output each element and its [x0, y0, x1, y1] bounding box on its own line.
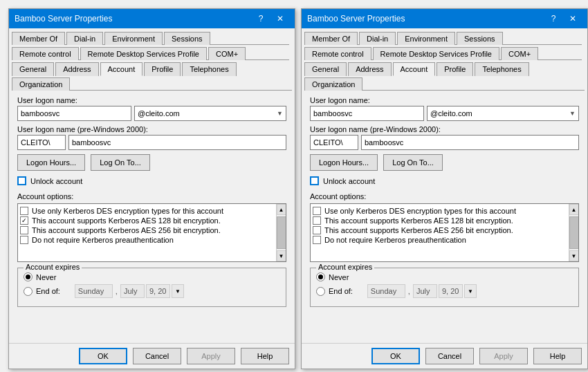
list-item-0[interactable]: Use only Kerberos DES encryption types f… [313, 206, 576, 216]
never-radio[interactable] [316, 272, 325, 281]
list-scrollbar[interactable]: ▲ ▼ [276, 204, 286, 261]
logon-btn-row: Logon Hours... Log On To... [17, 154, 286, 171]
tab-member-of[interactable]: Member Of [304, 32, 358, 45]
list-item-checkbox-3[interactable] [20, 236, 28, 244]
tab-account[interactable]: Account [393, 62, 436, 76]
help-title-btn[interactable]: ? [252, 12, 270, 25]
scroll-up-icon[interactable]: ▲ [569, 204, 579, 215]
help-button[interactable]: Help [533, 348, 582, 364]
cancel-button[interactable]: Cancel [425, 348, 474, 364]
date-sep1: , [408, 287, 410, 295]
scroll-down-icon[interactable]: ▼ [569, 250, 579, 261]
date-month-input[interactable] [120, 284, 145, 298]
tab-general[interactable]: General [12, 62, 54, 76]
tab-complus[interactable]: COM+ [501, 47, 538, 60]
help-title-btn[interactable]: ? [544, 12, 562, 25]
list-item-3[interactable]: Do not require Kerberos preauthenticatio… [20, 235, 284, 245]
list-item-checkbox-0[interactable] [313, 207, 321, 215]
tab-member-of[interactable]: Member Of [12, 32, 65, 45]
account-options-list[interactable]: Use only Kerberos DES encryption types f… [310, 203, 579, 262]
logon-label: User logon name: [310, 96, 579, 104]
tab-content: User logon name: @cleito.com ▼ User logo… [12, 90, 292, 343]
date-year-input[interactable] [146, 284, 170, 298]
ok-button[interactable]: OK [371, 348, 420, 364]
logon-input[interactable] [17, 106, 131, 121]
help-button[interactable]: Help [241, 348, 289, 364]
date-month-input[interactable] [413, 284, 437, 298]
tab-complus[interactable]: COM+ [208, 47, 246, 60]
tab-profile[interactable]: Profile [437, 62, 473, 76]
tab-sessions[interactable]: Sessions [164, 32, 210, 45]
logon-btn-row: Logon Hours... Log On To... [310, 154, 579, 171]
close-btn[interactable]: ✕ [271, 12, 289, 25]
tab-profile[interactable]: Profile [144, 62, 181, 76]
list-scrollbar[interactable]: ▲ ▼ [569, 204, 578, 261]
tab-remote-control[interactable]: Remote control [304, 47, 371, 60]
tab-remote-desktop-services-profile[interactable]: Remote Desktop Services Profile [373, 47, 499, 60]
end-of-radio[interactable] [24, 287, 33, 296]
list-item-checkbox-2[interactable] [313, 226, 321, 234]
title-controls: ? ✕ [544, 12, 582, 25]
tab-environment[interactable]: Environment [397, 32, 455, 45]
tab-environment[interactable]: Environment [104, 32, 163, 45]
tab-remote-desktop-services-profile[interactable]: Remote Desktop Services Profile [80, 47, 207, 60]
apply-button[interactable]: Apply [187, 348, 235, 364]
date-spin-icon[interactable]: ▼ [172, 284, 184, 298]
tab-organization[interactable]: Organization [12, 77, 70, 91]
tab-telephones[interactable]: Telephones [475, 62, 529, 76]
logon-hours-btn[interactable]: Logon Hours... [17, 154, 85, 171]
date-day-input[interactable] [367, 284, 405, 298]
tab-general[interactable]: General [304, 62, 347, 76]
list-item-0[interactable]: Use only Kerberos DES encryption types f… [20, 206, 284, 216]
tab-sessions[interactable]: Sessions [457, 32, 503, 45]
scroll-thumb[interactable] [277, 216, 286, 249]
unlock-checkbox[interactable] [310, 176, 319, 185]
log-on-to-btn[interactable]: Log On To... [383, 154, 443, 171]
tab-address[interactable]: Address [348, 62, 391, 76]
list-item-1[interactable]: This account supports Kerberos AES 128 b… [313, 216, 576, 225]
date-day-input[interactable] [75, 284, 113, 298]
logon-input[interactable] [310, 106, 424, 121]
list-item-2[interactable]: This account supports Kerberos AES 256 b… [313, 225, 576, 235]
list-item-checkbox-1[interactable] [313, 216, 321, 225]
close-btn[interactable]: ✕ [564, 12, 582, 25]
scroll-up-icon[interactable]: ▲ [277, 204, 286, 215]
list-item-1[interactable]: This account supports Kerberos AES 128 b… [20, 216, 284, 225]
dialog-0: Bamboo Server Properties ? ✕ Member OfDi… [8, 8, 295, 369]
list-item-checkbox-1[interactable] [20, 216, 28, 225]
date-year-input[interactable] [439, 284, 463, 298]
logon-hours-btn[interactable]: Logon Hours... [310, 154, 378, 171]
domain-select[interactable]: @cleito.com ▼ [134, 106, 286, 121]
list-item-checkbox-0[interactable] [20, 207, 28, 215]
account-options-list[interactable]: Use only Kerberos DES encryption types f… [17, 203, 286, 262]
list-item-checkbox-2[interactable] [20, 226, 28, 234]
ok-button[interactable]: OK [79, 348, 127, 364]
unlock-checkbox[interactable] [17, 176, 26, 185]
end-of-radio[interactable] [316, 287, 325, 296]
never-label: Never [329, 273, 349, 281]
tab-account[interactable]: Account [100, 62, 143, 76]
tab-dial-in[interactable]: Dial-in [66, 32, 103, 45]
tab-organization[interactable]: Organization [304, 77, 362, 91]
prewin-input[interactable] [68, 135, 286, 150]
title-bar: Bamboo Server Properties ? ✕ [302, 9, 587, 28]
scroll-thumb[interactable] [569, 216, 579, 249]
prefix-input[interactable] [310, 135, 358, 150]
log-on-to-btn[interactable]: Log On To... [91, 154, 150, 171]
prefix-input[interactable] [17, 135, 66, 150]
scroll-down-icon[interactable]: ▼ [277, 250, 286, 261]
date-spin-icon[interactable]: ▼ [464, 284, 477, 298]
tab-dial-in[interactable]: Dial-in [359, 32, 396, 45]
domain-select[interactable]: @cleito.com ▼ [427, 106, 579, 121]
tab-telephones[interactable]: Telephones [182, 62, 236, 76]
list-item-3[interactable]: Do not require Kerberos preauthenticatio… [313, 235, 576, 245]
list-item-checkbox-3[interactable] [313, 236, 321, 244]
logon-label: User logon name: [17, 96, 286, 104]
apply-button[interactable]: Apply [479, 348, 528, 364]
never-radio[interactable] [24, 272, 33, 281]
cancel-button[interactable]: Cancel [133, 348, 181, 364]
tab-address[interactable]: Address [55, 62, 98, 76]
prewin-input[interactable] [361, 135, 579, 150]
list-item-2[interactable]: This account supports Kerberos AES 256 b… [20, 225, 284, 235]
tab-remote-control[interactable]: Remote control [12, 47, 79, 60]
